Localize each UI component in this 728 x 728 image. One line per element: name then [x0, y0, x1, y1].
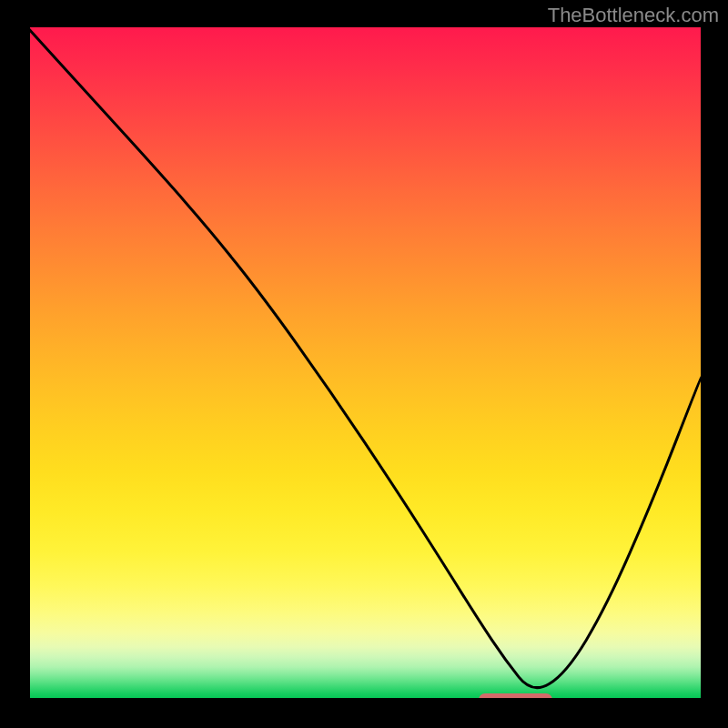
watermark-text: TheBottleneck.com — [548, 4, 719, 27]
chart-frame: TheBottleneck.com — [0, 0, 728, 728]
bottleneck-curve — [27, 27, 701, 701]
plot-area — [27, 27, 701, 701]
optimal-range-marker — [479, 693, 552, 701]
